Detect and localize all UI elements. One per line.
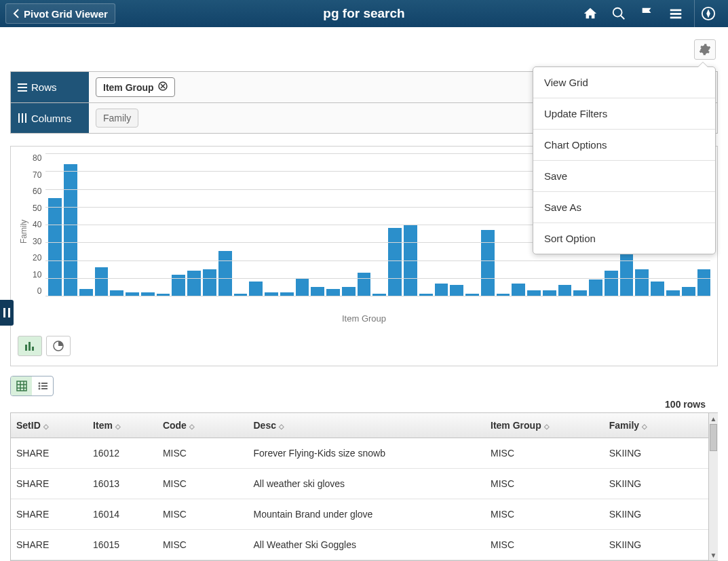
chart-bar[interactable] [635, 269, 649, 296]
chart-bar[interactable] [187, 271, 201, 296]
chart-bar[interactable] [342, 287, 356, 296]
back-button[interactable]: Pivot Grid Viewer [5, 3, 115, 24]
menu-save[interactable]: Save [533, 161, 715, 192]
options-gear-button[interactable] [694, 39, 716, 60]
svg-rect-12 [25, 113, 26, 123]
cell: SHARE [11, 438, 88, 469]
rows-icon [18, 83, 27, 92]
chart-bar[interactable] [450, 285, 463, 296]
chart-bar[interactable] [79, 289, 93, 296]
column-header[interactable]: SetID◇ [11, 413, 88, 438]
cell: MISC [485, 499, 604, 530]
bar-chart-button[interactable] [18, 336, 42, 356]
column-header[interactable]: Item Group◇ [485, 413, 604, 438]
row-count-label: 100 rows [10, 399, 718, 410]
chart-bar[interactable] [605, 271, 618, 296]
menu-chart-options[interactable]: Chart Options [533, 130, 715, 161]
cell: SKIING [604, 469, 708, 499]
chart-bar[interactable] [296, 278, 309, 296]
menu-button[interactable] [666, 3, 686, 24]
data-body: SHARE16012MISCForever Flying-Kids size s… [11, 438, 708, 560]
svg-rect-23 [41, 383, 47, 384]
search-button[interactable] [609, 3, 629, 24]
sort-icon: ◇ [544, 423, 550, 430]
svg-rect-11 [22, 113, 23, 123]
y-tick: 60 [33, 187, 41, 196]
column-header[interactable]: Desc◇ [248, 413, 486, 438]
view-toggle [10, 376, 54, 396]
cell: All Weather Ski Goggles [248, 530, 486, 560]
chart-bar[interactable] [435, 284, 448, 296]
y-tick: 10 [33, 270, 41, 279]
chart-bar[interactable] [358, 273, 371, 296]
cell: Mountain Brand under glove [248, 499, 486, 530]
flag-icon [640, 6, 655, 21]
grid-view-button[interactable] [11, 376, 32, 395]
bar-chart-icon [24, 341, 35, 351]
side-panel-tab[interactable] [0, 300, 14, 326]
pie-chart-button[interactable] [46, 336, 71, 356]
chart-bar[interactable] [697, 269, 711, 296]
home-button[interactable] [580, 3, 600, 24]
header-icon-group [580, 0, 728, 27]
svg-rect-13 [25, 345, 27, 351]
scroll-up-icon[interactable]: ▲ [709, 413, 718, 424]
y-tick: 30 [33, 237, 41, 246]
menu-save-as[interactable]: Save As [533, 192, 715, 223]
column-header[interactable]: Item◇ [88, 413, 157, 438]
table-row[interactable]: SHARE16015MISCAll Weather Ski GogglesMIS… [11, 530, 708, 560]
chart-bar[interactable] [666, 290, 680, 296]
row-chip-item-group[interactable]: Item Group [96, 77, 175, 97]
chart-bar[interactable] [589, 279, 602, 296]
row-chip-label: Item Group [103, 82, 154, 93]
chart-bar[interactable] [527, 290, 541, 296]
menu-view-grid[interactable]: View Grid [533, 67, 715, 98]
table-row[interactable]: SHARE16012MISCForever Flying-Kids size s… [11, 438, 708, 469]
cell: SKIING [604, 499, 708, 530]
chart-bar[interactable] [388, 228, 402, 296]
svg-point-0 [613, 8, 622, 17]
col-chip-family[interactable]: Family [96, 109, 138, 128]
chart-bar[interactable] [249, 282, 263, 296]
menu-update-filters[interactable]: Update Filters [533, 98, 715, 130]
scroll-down-icon[interactable]: ▼ [709, 549, 718, 560]
chart-bar[interactable] [64, 164, 77, 296]
options-wrapper: View Grid Update Filters Chart Options S… [694, 39, 716, 60]
chart-bar[interactable] [48, 198, 62, 296]
sort-icon: ◇ [115, 423, 121, 430]
cell: MISC [157, 499, 248, 530]
remove-row-chip[interactable] [158, 81, 168, 93]
columns-label-text: Columns [31, 113, 71, 124]
chart-bar[interactable] [481, 230, 495, 296]
chart-bar[interactable] [573, 290, 587, 296]
list-view-button[interactable] [32, 376, 53, 395]
svg-point-22 [38, 383, 40, 385]
chart-bar[interactable] [558, 285, 572, 296]
y-tick: 40 [33, 220, 41, 229]
chart-bar[interactable] [311, 287, 324, 296]
chart-bar[interactable] [326, 289, 340, 296]
chart-bar[interactable] [543, 290, 556, 296]
table-row[interactable]: SHARE16014MISCMountain Brand under glove… [11, 499, 708, 530]
chart-bar[interactable] [512, 284, 525, 296]
column-header[interactable]: Code◇ [157, 413, 248, 438]
options-dropdown: View Grid Update Filters Chart Options S… [533, 66, 716, 254]
chart-bar[interactable] [651, 282, 664, 296]
menu-sort-option[interactable]: Sort Option [533, 223, 715, 254]
chart-bar[interactable] [95, 267, 109, 296]
y-tick: 80 [33, 153, 41, 163]
chart-bar[interactable] [110, 290, 123, 296]
vertical-scrollbar[interactable]: ▲ ▼ [708, 413, 718, 560]
cell: 16015 [88, 530, 157, 560]
home-icon [583, 6, 598, 21]
sort-icon: ◇ [279, 423, 284, 430]
flag-button[interactable] [637, 3, 657, 24]
compass-button[interactable] [694, 0, 721, 27]
chart-bar[interactable] [682, 287, 695, 296]
column-header[interactable]: Family◇ [604, 413, 708, 438]
chart-bar[interactable] [218, 251, 232, 296]
close-icon [158, 81, 168, 91]
chart-bar[interactable] [203, 269, 216, 296]
table-row[interactable]: SHARE16013MISCAll weather ski glovesMISC… [11, 469, 708, 499]
scroll-thumb[interactable] [710, 424, 717, 451]
